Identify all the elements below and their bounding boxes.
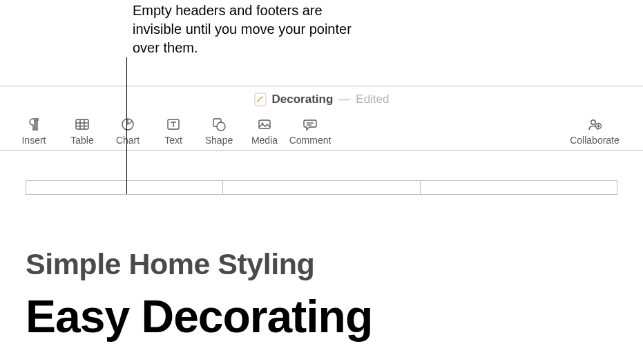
comment-label: Comment bbox=[289, 135, 332, 146]
svg-point-14 bbox=[591, 120, 595, 124]
collaborate-label: Collaborate bbox=[570, 135, 620, 146]
shape-label: Shape bbox=[205, 135, 233, 146]
document-subtitle[interactable]: Simple Home Styling bbox=[26, 247, 314, 281]
comment-icon bbox=[303, 117, 318, 132]
shape-icon bbox=[211, 117, 227, 132]
svg-rect-1 bbox=[76, 119, 88, 129]
header-right-field[interactable] bbox=[421, 181, 617, 194]
chart-label: Chart bbox=[116, 135, 140, 146]
table-button[interactable]: Table bbox=[59, 117, 105, 146]
window-titlebar: Decorating — Edited bbox=[0, 86, 643, 113]
media-button[interactable]: Media bbox=[242, 117, 287, 146]
text-icon bbox=[166, 117, 181, 132]
document-name: Decorating bbox=[272, 93, 334, 106]
callout-annotation: Empty headers and footers are invisible … bbox=[133, 1, 374, 57]
document-status: Edited bbox=[356, 93, 389, 106]
media-icon bbox=[257, 117, 272, 132]
table-label: Table bbox=[70, 135, 93, 146]
text-button[interactable]: Text bbox=[151, 117, 196, 146]
collaborate-button[interactable]: Collaborate bbox=[560, 117, 629, 146]
toolbar: Insert Table Chart Text Shape Media bbox=[0, 113, 643, 151]
header-center-field[interactable] bbox=[223, 181, 420, 194]
document-title[interactable]: Easy Decorating bbox=[26, 290, 372, 343]
chart-button[interactable]: Chart bbox=[105, 117, 151, 146]
pilcrow-icon bbox=[26, 117, 41, 132]
chart-icon bbox=[120, 117, 135, 132]
insert-label: Insert bbox=[21, 135, 46, 146]
collaborate-icon bbox=[587, 117, 602, 132]
document-icon bbox=[254, 93, 267, 106]
shape-button[interactable]: Shape bbox=[196, 117, 242, 146]
page-header-fields[interactable] bbox=[26, 180, 617, 195]
header-left-field[interactable] bbox=[26, 181, 223, 194]
svg-rect-10 bbox=[259, 120, 270, 128]
callout-leader-line bbox=[126, 57, 127, 194]
comment-button[interactable]: Comment bbox=[287, 117, 333, 146]
svg-rect-0 bbox=[255, 93, 266, 106]
text-label: Text bbox=[164, 135, 182, 146]
insert-button[interactable]: Insert bbox=[8, 117, 59, 146]
table-icon bbox=[75, 117, 90, 132]
svg-point-9 bbox=[217, 122, 225, 131]
callout-text: Empty headers and footers are invisible … bbox=[133, 3, 352, 55]
media-label: Media bbox=[251, 135, 278, 146]
document-canvas[interactable]: Simple Home Styling Easy Decorating bbox=[0, 151, 643, 364]
title-separator: — bbox=[338, 93, 350, 106]
